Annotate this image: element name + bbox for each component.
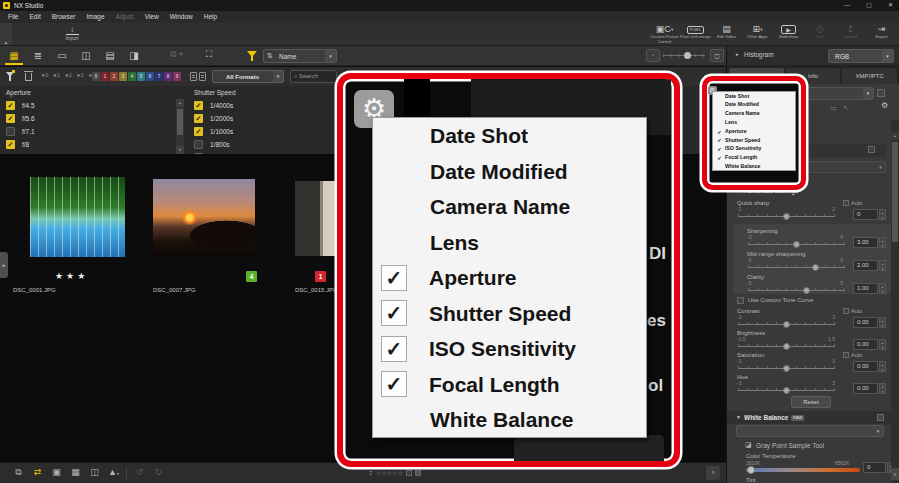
checkbox-checked[interactable]: ✓ (716, 146, 723, 152)
split-display-icon[interactable]: ◫ (88, 466, 101, 479)
spinner-icon[interactable]: ▴▾ (879, 260, 886, 271)
frame-number-icon[interactable]: ▣ (50, 466, 63, 479)
slider-track[interactable] (748, 290, 845, 291)
spinner-icon[interactable]: ▴▾ (879, 361, 886, 372)
filter-item[interactable]: ✓f/8 (0, 138, 176, 151)
slider-value[interactable]: 0.00 (853, 383, 878, 394)
rating-filter-3[interactable]: ★3 (76, 73, 83, 79)
maximize-icon[interactable]: ▢ (866, 2, 872, 9)
label-chip-8[interactable]: 8 (164, 72, 172, 81)
filter-edit-icon[interactable] (6, 72, 15, 82)
histogram-header[interactable]: ▸ Histogram RGB ▾ (727, 46, 899, 66)
fullscreen-icon[interactable]: ⛶ (206, 50, 212, 60)
slider-handle[interactable] (783, 343, 790, 350)
menu-item-aperture[interactable]: ✓Aperture (713, 127, 795, 136)
auto-checkbox[interactable] (843, 352, 849, 358)
auto-checkbox[interactable] (843, 200, 849, 206)
menu-window[interactable]: Window (170, 13, 193, 20)
tool-export[interactable]: ⇥Export (866, 24, 897, 46)
label-chip-4[interactable]: 4 (128, 72, 136, 81)
filter-item[interactable]: ✓f/4.5 (0, 99, 176, 112)
formats-dropdown[interactable]: All Formats ▾ (212, 70, 284, 83)
sort-dropdown[interactable]: ⇅ Name ▾ (263, 49, 337, 63)
tool-other-apps[interactable]: ⊞▾Other Apps (742, 24, 773, 46)
auto-checkbox[interactable] (843, 308, 849, 314)
next-image-button[interactable]: › (706, 466, 720, 480)
scrollbar-thumb[interactable] (892, 142, 898, 242)
checkbox-checked[interactable]: ✓ (716, 137, 723, 143)
histogram-display-icon[interactable]: ▲▾ (107, 466, 120, 479)
label-chip-5[interactable]: 5 (137, 72, 145, 81)
rating-filter-0[interactable]: ★0 (41, 73, 48, 79)
thumbnail-size-small-button[interactable]: ▫ (646, 49, 660, 62)
label-chip-3[interactable]: 3 (119, 72, 127, 81)
white-balance-checkbox[interactable] (877, 414, 884, 421)
minimize-icon[interactable]: — (844, 2, 850, 9)
rating-filter-1[interactable]: ★1 (53, 73, 60, 79)
menu-item-lens[interactable]: Lens (373, 225, 646, 261)
spinner-icon[interactable]: ▴▾ (879, 339, 886, 350)
view-thumbnail-grid-icon[interactable]: ▦ (6, 49, 22, 62)
menu-image[interactable]: Image (87, 13, 105, 20)
label-chip-0[interactable]: 0 (92, 72, 100, 81)
slider-value[interactable]: 3.00 (853, 237, 878, 248)
menu-browser[interactable]: Browser (52, 13, 76, 20)
slider-value[interactable]: 0 (853, 209, 878, 220)
slider-value[interactable]: 0.00 (853, 361, 878, 372)
menu-item-aperture[interactable]: ✓Aperture (373, 260, 646, 296)
filter-item[interactable]: ✓1/2000s (188, 112, 338, 125)
view-multi-view-icon[interactable]: ▤ (102, 49, 118, 62)
rating-filter-2[interactable]: ★2 (65, 73, 72, 79)
menu-item-date-modified[interactable]: Date Modified (713, 101, 795, 110)
tool-pixel-shift-merge[interactable]: PIXELPixel shift merge (680, 24, 711, 46)
menu-edit[interactable]: Edit (29, 13, 40, 20)
slider-handle[interactable] (783, 213, 790, 220)
checkbox-checked[interactable]: ✓ (381, 371, 407, 397)
slider-handle[interactable] (783, 365, 790, 372)
filter-checkbox[interactable]: ✓ (6, 101, 15, 110)
slider-value[interactable]: 0.00 (853, 339, 878, 350)
compare-icon[interactable]: ⧉ ▾ (170, 50, 183, 60)
white-balance-dropdown[interactable]: ▾ (736, 425, 884, 437)
thumbnail-size-large-button[interactable]: ◻ (710, 49, 724, 62)
auto-option[interactable]: Auto (843, 308, 862, 314)
checkbox-checked[interactable]: ✓ (381, 300, 407, 326)
menu-view[interactable]: View (145, 13, 159, 20)
menu-item-white-balance[interactable]: White Balance (713, 162, 795, 171)
filter-scrollbar[interactable]: ▴ ▾ (176, 99, 184, 154)
label-chip-9[interactable]: 9 (173, 72, 181, 81)
filter-item[interactable]: f/7.1 (0, 125, 176, 138)
filter-item[interactable]: ✓f/5.6 (0, 112, 176, 125)
gray-point-sample-icon[interactable]: ◪ (745, 441, 752, 449)
tool-edit-video[interactable]: ▤Edit Video (711, 24, 742, 46)
channel-dropdown[interactable]: RGB ▾ (828, 49, 894, 63)
label-chip-1[interactable]: 1 (101, 72, 109, 81)
menu-item-shutter-speed[interactable]: ✓Shutter Speed (713, 136, 795, 145)
slider-value[interactable]: 0.00 (853, 317, 878, 328)
panel-collapse-strip[interactable]: ▴ (0, 23, 12, 45)
view-image-viewer-icon[interactable]: ▭ (54, 49, 70, 62)
spinner-icon[interactable]: ▴▾ (879, 209, 886, 220)
menu-item-iso-sensitivity[interactable]: ✓ISO Sensitivity (713, 145, 795, 154)
scroll-up-icon[interactable]: ▴ (176, 99, 184, 107)
filter-item[interactable]: ✓1/4000s (188, 99, 338, 112)
filter-checkbox[interactable]: ✓ (6, 140, 15, 149)
menu-item-focal-length[interactable]: ✓Focal Length (713, 154, 795, 163)
filter-funnel-icon[interactable] (247, 51, 257, 62)
filter-item[interactable]: ✓1/1000s (188, 125, 338, 138)
thumbnail-sunset-sea[interactable] (153, 179, 255, 256)
label-chip-2[interactable]: 2 (110, 72, 118, 81)
label-chip-7[interactable]: 7 (155, 72, 163, 81)
auto-option[interactable]: Auto (843, 200, 862, 206)
color-temperature-handle[interactable] (747, 466, 755, 474)
scroll-up-icon[interactable]: ▴ (891, 132, 899, 140)
slider-value[interactable]: 1.00 (853, 283, 878, 294)
thumbnail-forest-pond[interactable] (30, 177, 125, 257)
pick-icon[interactable]: ↥ (368, 470, 373, 477)
close-icon[interactable]: ✕ (888, 2, 893, 9)
color-temperature-value[interactable]: 0 (863, 462, 886, 473)
clear-filter-icon[interactable] (25, 73, 32, 81)
tab-xmp-iptc[interactable]: XMP/IPTC (842, 68, 897, 84)
slider-handle[interactable] (812, 264, 819, 271)
label-box-icon[interactable] (406, 470, 412, 476)
